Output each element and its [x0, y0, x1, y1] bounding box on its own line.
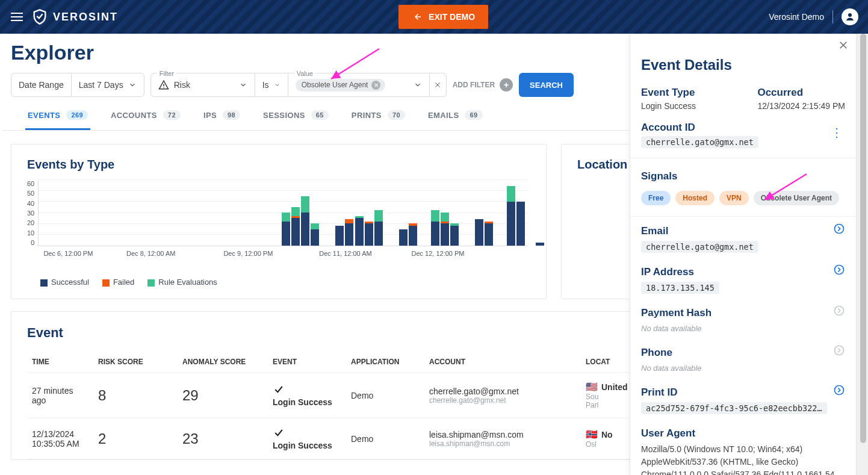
- signal-pill[interactable]: Hosted: [675, 191, 715, 205]
- chart-bar: [516, 202, 525, 246]
- time-main: 12/13/2024: [32, 429, 88, 439]
- tab-ips[interactable]: IPS98: [201, 110, 243, 130]
- chart-bar: [485, 222, 493, 246]
- arrow-circle-right-icon: [833, 344, 845, 356]
- anomaly-score: 23: [182, 430, 199, 447]
- event-name: Login Success: [273, 441, 341, 450]
- svg-point-2: [835, 225, 844, 234]
- drawer-close-button[interactable]: [838, 40, 849, 53]
- events-by-type-card: Events by Type 6050403020100 Dec 6, 12:0…: [11, 144, 547, 299]
- tab-emails[interactable]: EMAILS69: [426, 110, 485, 130]
- check-icon: [273, 427, 341, 441]
- chart-y-axis: 6050403020100: [27, 180, 38, 246]
- chart-bar: [345, 219, 353, 246]
- more-actions-button[interactable]: ⋮: [828, 123, 845, 142]
- svg-point-4: [835, 306, 844, 315]
- tab-count: 65: [311, 110, 329, 120]
- ip-expand-button[interactable]: [833, 264, 845, 278]
- phone-label: Phone: [641, 347, 672, 359]
- date-range-select[interactable]: Date Range Last 7 Days: [11, 73, 144, 97]
- chip-remove-icon[interactable]: ✕: [371, 81, 380, 90]
- legend-successful: Successful: [40, 278, 89, 287]
- tab-label: SESSIONS: [263, 111, 305, 120]
- scrollbar-track[interactable]: [856, 34, 868, 475]
- menu-icon[interactable]: [10, 10, 24, 24]
- brand-logo[interactable]: VEROSINT: [31, 8, 118, 25]
- anomaly-score: 29: [182, 387, 199, 403]
- filter-value-float-label: Value: [294, 70, 315, 77]
- location-main: No: [601, 430, 613, 439]
- tab-prints[interactable]: PRINTS70: [349, 110, 408, 130]
- date-range-value: Last 7 Days: [79, 80, 123, 90]
- y-tick: 50: [27, 190, 34, 197]
- exit-demo-label: EXIT DEMO: [429, 12, 475, 22]
- tab-count: 72: [163, 110, 181, 120]
- account-id-label: Account ID: [641, 122, 758, 134]
- add-filter-button[interactable]: ADD FILTER +: [453, 78, 513, 92]
- chart-bar: [450, 223, 459, 246]
- y-tick: 10: [27, 229, 34, 237]
- y-tick: 30: [27, 210, 34, 217]
- y-tick: 40: [27, 200, 34, 207]
- drawer-title: Event Details: [641, 57, 856, 73]
- arrow-left-icon: [412, 11, 423, 22]
- signal-pill[interactable]: Free: [641, 191, 671, 205]
- tab-count: 70: [388, 110, 405, 120]
- tab-label: PRINTS: [352, 111, 382, 120]
- shield-icon: [31, 8, 48, 25]
- ua-value: Mozilla/5.0 (Windows NT 10.0; Win64; x64…: [641, 443, 845, 475]
- x-tick: Dec 8, 12:00 AM: [126, 250, 175, 257]
- chart-bar: [409, 223, 417, 246]
- exit-demo-button[interactable]: EXIT DEMO: [398, 5, 488, 29]
- avatar[interactable]: [842, 8, 858, 25]
- time-main: 27 minutes ago: [32, 386, 88, 405]
- tab-label: EVENTS: [28, 111, 60, 120]
- top-nav: VEROSINT EXIT DEMO Verosint Demo: [0, 0, 868, 34]
- user-icon: [845, 11, 855, 22]
- tab-accounts[interactable]: ACCOUNTS72: [108, 110, 183, 130]
- table-header: TIME: [27, 352, 93, 373]
- email-label: Email: [641, 225, 668, 237]
- tab-count: 269: [66, 110, 88, 120]
- table-header: RISK SCORE: [93, 352, 178, 373]
- chart-bar: [507, 186, 515, 246]
- application: Demo: [346, 373, 424, 418]
- svg-point-6: [835, 386, 844, 395]
- event-name: Login Success: [273, 397, 341, 407]
- signals-list: FreeHostedVPNObsolete User Agent: [630, 185, 856, 217]
- search-button[interactable]: SEARCH: [519, 73, 574, 97]
- filter-remove-button[interactable]: [429, 73, 446, 96]
- y-tick: 0: [31, 239, 34, 246]
- ip-label: IP Address: [641, 266, 694, 278]
- tab-count: 98: [223, 110, 240, 120]
- scrollbar-thumb[interactable]: [860, 34, 866, 443]
- legend-rule: Rule Evaluations: [147, 278, 217, 287]
- close-icon: [838, 40, 849, 51]
- time-sub: 10:35:05 AM: [32, 439, 88, 449]
- tab-sessions[interactable]: SESSIONS65: [261, 110, 331, 130]
- arrow-circle-right-icon: [833, 264, 845, 276]
- tab-events[interactable]: EVENTS269: [25, 110, 90, 130]
- table-header: APPLICATION: [346, 352, 424, 373]
- signal-pill[interactable]: VPN: [719, 191, 749, 205]
- chevron-down-icon: [274, 81, 281, 88]
- svg-point-0: [848, 13, 852, 17]
- filter-operator-value: Is: [262, 80, 269, 90]
- filter-composite: Filter Risk Is Value Obsolete User Agent…: [150, 73, 447, 97]
- svg-point-1: [163, 87, 164, 88]
- tab-label: ACCOUNTS: [111, 111, 157, 120]
- chart-bar: [301, 196, 309, 246]
- print-expand-button[interactable]: [833, 384, 845, 399]
- filter-value-select[interactable]: Value Obsolete User Agent ✕: [288, 73, 429, 96]
- y-tick: 20: [27, 219, 34, 226]
- account-name[interactable]: Verosint Demo: [769, 12, 824, 22]
- signal-pill[interactable]: Obsolete User Agent: [754, 191, 839, 205]
- occurred-label: Occurred: [757, 87, 845, 99]
- filter-field-select[interactable]: Filter Risk: [151, 73, 255, 96]
- email-expand-button[interactable]: [833, 223, 845, 237]
- chart-x-axis: Dec 6, 12:00 PMDec 8, 12:00 AMDec 9, 12:…: [44, 250, 530, 259]
- filter-operator-select[interactable]: Is: [255, 73, 288, 96]
- phone-expand-button: [833, 344, 845, 359]
- chart-bar: [365, 222, 373, 246]
- chevron-down-icon: [239, 81, 247, 89]
